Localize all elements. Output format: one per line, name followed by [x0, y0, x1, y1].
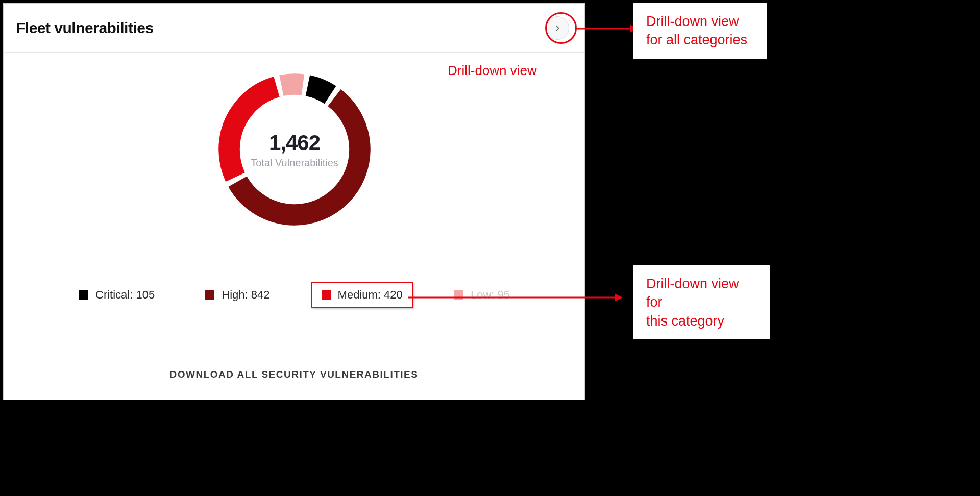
legend-swatch: [205, 290, 214, 300]
legend-label: High: 842: [222, 288, 270, 302]
legend-label: Low: 95: [471, 288, 510, 302]
annotation-arrow-top: [577, 22, 638, 35]
stage: Fleet vulnerabilities 1,462 Total Vulner…: [0, 0, 776, 403]
legend-label: Critical: 105: [95, 288, 155, 302]
chevron-right-icon: [553, 24, 561, 32]
annotation-inline: Drill-down view: [448, 63, 537, 79]
drill-down-all-button[interactable]: [546, 16, 569, 40]
fleet-vulnerabilities-card: Fleet vulnerabilities 1,462 Total Vulner…: [3, 3, 585, 400]
legend-swatch: [322, 290, 331, 300]
legend-swatch: [454, 290, 463, 300]
download-all-link[interactable]: DOWNLOAD ALL SECURITY VULNERABILITIES: [170, 369, 419, 380]
annotation-callout-top: Drill-down view for all categories: [633, 3, 767, 59]
legend-swatch: [79, 290, 88, 300]
card-footer: DOWNLOAD ALL SECURITY VULNERABILITIES: [4, 349, 584, 400]
annotation-callout-bottom: Drill-down view for this category: [633, 265, 770, 339]
legend: Critical: 105High: 842Medium: 420Low: 95: [70, 282, 519, 308]
card-title: Fleet vulnerabilities: [16, 19, 154, 37]
legend-label: Medium: 420: [338, 288, 403, 302]
donut-chart[interactable]: 1,462 Total Vulnerabilities: [213, 68, 376, 231]
legend-item-medium[interactable]: Medium: 420: [311, 282, 413, 308]
card-header: Fleet vulnerabilities: [4, 4, 584, 53]
legend-item-low[interactable]: Low: 95: [445, 282, 519, 308]
legend-item-critical[interactable]: Critical: 105: [70, 282, 164, 308]
legend-item-high[interactable]: High: 842: [196, 282, 279, 308]
card-body: 1,462 Total Vulnerabilities Critical: 10…: [4, 53, 584, 349]
svg-marker-3: [615, 293, 623, 302]
